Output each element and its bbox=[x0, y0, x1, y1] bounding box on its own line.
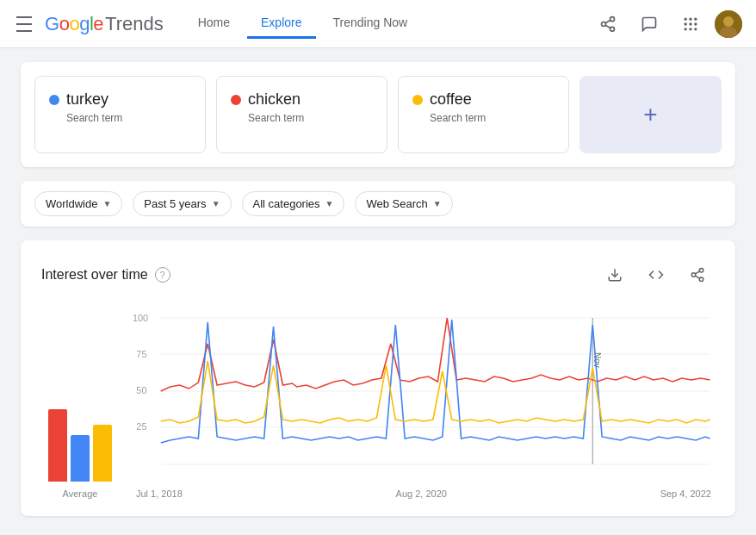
interest-actions bbox=[598, 258, 715, 292]
svg-point-7 bbox=[694, 17, 697, 20]
x-label-1: Jul 1, 2018 bbox=[136, 488, 183, 499]
svg-line-22 bbox=[695, 271, 699, 274]
add-icon: + bbox=[643, 101, 657, 128]
svg-point-20 bbox=[699, 277, 703, 282]
logo-trends-text: Trends bbox=[105, 13, 164, 35]
chicken-name: chicken bbox=[248, 90, 301, 109]
svg-point-18 bbox=[699, 269, 703, 273]
svg-point-0 bbox=[610, 16, 615, 21]
search-terms-container: turkey Search term chicken Search term c… bbox=[21, 62, 735, 167]
chevron-down-icon: ▼ bbox=[433, 199, 442, 208]
chart-svg: 100 75 50 25 Nov bbox=[133, 309, 715, 482]
svg-point-13 bbox=[694, 28, 697, 30]
logo: Google Trends bbox=[45, 13, 164, 35]
avatar[interactable] bbox=[715, 10, 742, 38]
turkey-type: Search term bbox=[49, 112, 191, 124]
svg-point-6 bbox=[689, 17, 691, 20]
svg-line-4 bbox=[605, 20, 610, 22]
nav-explore[interactable]: Explore bbox=[247, 9, 315, 39]
search-term-turkey[interactable]: turkey Search term bbox=[34, 76, 206, 153]
x-label-3: Sep 4, 2022 bbox=[660, 488, 711, 499]
chicken-dot bbox=[231, 95, 241, 105]
embed-button[interactable] bbox=[639, 258, 673, 292]
svg-text:Nov: Nov bbox=[592, 352, 602, 369]
nav-trending[interactable]: Trending Now bbox=[319, 9, 422, 39]
interest-chart-area: Average 100 75 50 25 bbox=[41, 309, 715, 499]
chevron-down-icon: ▼ bbox=[102, 199, 111, 208]
svg-point-8 bbox=[685, 22, 687, 25]
coffee-dot bbox=[412, 95, 423, 105]
svg-point-15 bbox=[723, 16, 734, 27]
svg-point-9 bbox=[689, 22, 691, 25]
svg-text:50: 50 bbox=[136, 386, 146, 395]
avg-bar-turkey bbox=[71, 435, 90, 482]
filter-time[interactable]: Past 5 years ▼ bbox=[133, 191, 231, 216]
interest-title: Interest over time ? bbox=[41, 267, 170, 283]
x-label-2: Aug 2, 2020 bbox=[396, 488, 447, 499]
chicken-type: Search term bbox=[231, 112, 373, 124]
turkey-name: turkey bbox=[66, 90, 108, 109]
logo-google-text: Google bbox=[45, 13, 103, 35]
menu-icon[interactable] bbox=[14, 14, 34, 34]
interest-header: Interest over time ? bbox=[41, 258, 715, 292]
svg-text:100: 100 bbox=[133, 314, 148, 323]
coffee-name: coffee bbox=[430, 90, 472, 109]
help-icon[interactable]: ? bbox=[155, 267, 170, 283]
main-nav: Home Explore Trending Now bbox=[184, 9, 591, 39]
svg-point-2 bbox=[610, 27, 615, 31]
svg-text:75: 75 bbox=[136, 350, 146, 359]
share-button[interactable] bbox=[591, 7, 625, 41]
turkey-dot bbox=[49, 95, 59, 105]
nav-home[interactable]: Home bbox=[184, 9, 244, 39]
svg-text:25: 25 bbox=[136, 422, 146, 432]
main-content: turkey Search term chicken Search term c… bbox=[0, 48, 756, 530]
avg-bars bbox=[48, 378, 112, 482]
svg-point-5 bbox=[685, 17, 687, 20]
filter-category[interactable]: All categories ▼ bbox=[242, 191, 345, 216]
add-comparison-card[interactable]: + bbox=[579, 76, 722, 153]
feedback-button[interactable] bbox=[632, 7, 666, 41]
svg-line-21 bbox=[695, 276, 699, 278]
filter-search-type[interactable]: Web Search ▼ bbox=[355, 191, 452, 216]
chart-x-labels: Jul 1, 2018 Aug 2, 2020 Sep 4, 2022 bbox=[133, 488, 715, 499]
chevron-down-icon: ▼ bbox=[325, 199, 334, 208]
coffee-type: Search term bbox=[412, 112, 555, 124]
svg-point-11 bbox=[685, 28, 687, 30]
svg-point-19 bbox=[691, 273, 696, 277]
line-chart: 100 75 50 25 Nov Jul 1, 2018 bbox=[133, 309, 715, 499]
interest-over-time-card: Interest over time ? bbox=[21, 240, 735, 516]
svg-point-1 bbox=[602, 22, 606, 26]
header: Google Trends Home Explore Trending Now bbox=[0, 0, 756, 48]
apps-button[interactable] bbox=[673, 7, 708, 41]
chevron-down-icon: ▼ bbox=[212, 199, 220, 208]
avg-bar-chicken bbox=[48, 409, 67, 482]
avg-bar-coffee bbox=[93, 425, 112, 482]
avg-label: Average bbox=[63, 488, 98, 499]
svg-point-12 bbox=[689, 28, 691, 30]
header-actions bbox=[591, 7, 742, 41]
share-chart-button[interactable] bbox=[680, 258, 715, 292]
search-term-coffee[interactable]: coffee Search term bbox=[398, 76, 569, 153]
download-button[interactable] bbox=[598, 258, 632, 292]
svg-point-10 bbox=[694, 22, 697, 25]
filter-worldwide[interactable]: Worldwide ▼ bbox=[34, 191, 122, 216]
search-term-chicken[interactable]: chicken Search term bbox=[216, 76, 387, 153]
average-chart: Average bbox=[41, 378, 119, 499]
filters-container: Worldwide ▼ Past 5 years ▼ All categorie… bbox=[21, 181, 735, 227]
svg-line-3 bbox=[605, 25, 610, 28]
